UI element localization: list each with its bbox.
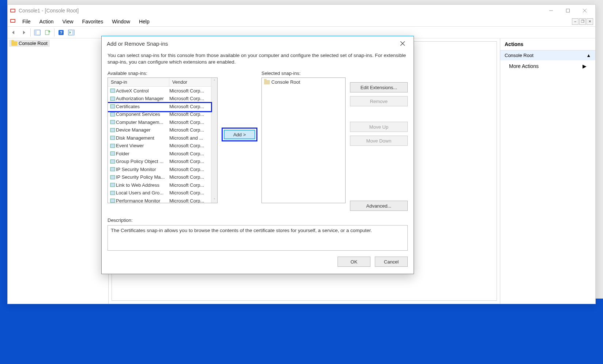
available-item[interactable]: ActiveX ControlMicrosoft Corp...: [108, 87, 217, 95]
snapin-vendor: Microsoft Corp...: [169, 190, 217, 196]
svg-rect-28: [110, 175, 115, 179]
snapin-vendor: Microsoft Corp...: [169, 159, 217, 164]
actions-group[interactable]: Console Root ▲: [500, 50, 595, 60]
actions-pane: Actions Console Root ▲ More Actions ▶: [500, 38, 595, 304]
selected-item[interactable]: Console Root: [264, 79, 343, 85]
snapin-icon: [109, 112, 116, 117]
back-button[interactable]: [9, 28, 18, 37]
help-button[interactable]: ?: [57, 28, 65, 37]
snapin-icon: [109, 88, 116, 93]
snapin-icon: [109, 190, 116, 196]
export-list-button[interactable]: [43, 28, 52, 37]
description-label: Description:: [108, 217, 408, 223]
available-item[interactable]: Local Users and Gro...Microsoft Corp...: [108, 189, 217, 197]
available-item[interactable]: Device ManagerMicrosoft Corp...: [108, 126, 217, 134]
menubar: File Action View Favorites Window Help ‒…: [8, 16, 595, 27]
mdi-close-button[interactable]: ✕: [587, 18, 593, 25]
svg-rect-1: [11, 10, 15, 12]
available-item[interactable]: Performance MonitorMicrosoft Corp...: [108, 197, 217, 203]
dialog-intro: You can select snap-ins for this console…: [108, 51, 408, 71]
col-vendor[interactable]: Vendor: [169, 78, 217, 86]
snapin-name: Certificates: [116, 104, 169, 109]
show-hide-action-pane-button[interactable]: [67, 28, 76, 37]
snapin-name: Event Viewer: [116, 143, 169, 148]
snapin-vendor: Microsoft Corp...: [169, 198, 217, 204]
available-item[interactable]: IP Security MonitorMicrosoft Corp...: [108, 165, 217, 173]
svg-rect-29: [110, 183, 115, 187]
menu-view[interactable]: View: [58, 18, 78, 26]
available-item[interactable]: Event ViewerMicrosoft Corp...: [108, 142, 217, 150]
snapin-icon: [109, 159, 116, 164]
ok-button[interactable]: OK: [338, 257, 370, 267]
actions-more[interactable]: More Actions ▶: [500, 60, 595, 72]
tree-node-label: Console Root: [19, 41, 48, 46]
menu-action[interactable]: Action: [35, 18, 58, 26]
selected-snapins-list[interactable]: Console Root: [261, 77, 346, 203]
svg-rect-25: [110, 152, 115, 155]
move-down-button[interactable]: Move Down: [350, 136, 408, 146]
advanced-button[interactable]: Advanced...: [350, 201, 408, 211]
snapin-icon: [109, 135, 116, 140]
mdi-minimize-button[interactable]: ‒: [572, 18, 578, 25]
available-item[interactable]: FolderMicrosoft Corp...: [108, 149, 217, 158]
cancel-button[interactable]: Cancel: [375, 257, 408, 267]
svg-rect-18: [110, 97, 115, 101]
scrollbar[interactable]: ˄ ˅: [211, 78, 217, 203]
available-item[interactable]: Computer Managem...Microsoft Corp...: [108, 118, 217, 126]
mdi-restore-button[interactable]: ❐: [579, 18, 586, 25]
selected-label: Selected snap-ins:: [261, 71, 346, 76]
move-up-button[interactable]: Move Up: [350, 122, 408, 132]
available-item[interactable]: IP Security Policy Ma...Microsoft Corp..…: [108, 173, 217, 181]
minimize-button[interactable]: [543, 5, 559, 16]
available-item[interactable]: Link to Web AddressMicrosoft Corp...: [108, 181, 217, 189]
available-item[interactable]: Authorization ManagerMicrosoft Corp...: [108, 95, 217, 103]
app-icon-small: [10, 18, 16, 25]
snapin-vendor: Microsoft and ...: [169, 135, 217, 141]
dialog-close-button[interactable]: [397, 38, 408, 49]
available-item[interactable]: Disk ManagementMicrosoft and ...: [108, 134, 217, 142]
maximize-button[interactable]: [559, 5, 576, 16]
snapin-vendor: Microsoft Corp...: [169, 96, 217, 101]
snapin-vendor: Microsoft Corp...: [169, 151, 217, 156]
svg-rect-10: [45, 30, 49, 35]
snapin-name: Local Users and Gro...: [116, 190, 169, 196]
description-text: The Certificates snap-in allows you to b…: [111, 228, 372, 233]
available-item[interactable]: CertificatesMicrosoft Corp...: [108, 102, 217, 110]
menu-favorites[interactable]: Favorites: [78, 18, 108, 26]
dialog-title: Add or Remove Snap-ins: [107, 41, 168, 47]
svg-rect-14: [72, 30, 74, 35]
edit-extensions-button[interactable]: Edit Extensions...: [350, 82, 408, 92]
svg-rect-7: [11, 20, 15, 22]
remove-button[interactable]: Remove: [350, 96, 408, 106]
svg-rect-21: [110, 120, 115, 124]
snapin-name: Folder: [116, 151, 169, 156]
actions-header: Actions: [500, 38, 595, 50]
svg-rect-24: [110, 144, 115, 148]
available-snapins-list[interactable]: Snap-in Vendor ActiveX ControlMicrosoft …: [108, 77, 218, 203]
add-button[interactable]: Add >: [224, 130, 255, 139]
available-item[interactable]: Component ServicesMicrosoft Corp...: [108, 110, 217, 118]
scroll-down-button[interactable]: ˅: [211, 197, 217, 203]
snapin-vendor: Microsoft Corp...: [169, 127, 217, 133]
snapin-icon: [109, 128, 116, 133]
show-hide-tree-button[interactable]: [33, 28, 42, 37]
menu-help[interactable]: Help: [135, 18, 154, 26]
svg-rect-17: [110, 89, 115, 92]
col-snapin[interactable]: Snap-in: [108, 78, 169, 86]
collapse-icon: ▲: [586, 53, 591, 58]
menu-file[interactable]: File: [18, 18, 35, 26]
tree-node-console-root[interactable]: Console Root: [9, 40, 50, 47]
menu-window[interactable]: Window: [108, 18, 135, 26]
snapin-name: Group Policy Object ...: [116, 159, 169, 164]
snapin-icon: [109, 143, 116, 148]
snapin-name: Disk Management: [116, 135, 169, 141]
app-icon: [10, 8, 16, 14]
snapin-icon: [109, 151, 116, 156]
available-item[interactable]: Group Policy Object ...Microsoft Corp...: [108, 158, 217, 166]
svg-rect-3: [566, 9, 570, 12]
forward-button[interactable]: [19, 28, 28, 37]
close-button[interactable]: [576, 5, 593, 16]
snapin-icon: [109, 120, 116, 125]
snapin-vendor: Microsoft Corp...: [169, 167, 217, 172]
scroll-up-button[interactable]: ˄: [211, 78, 217, 84]
